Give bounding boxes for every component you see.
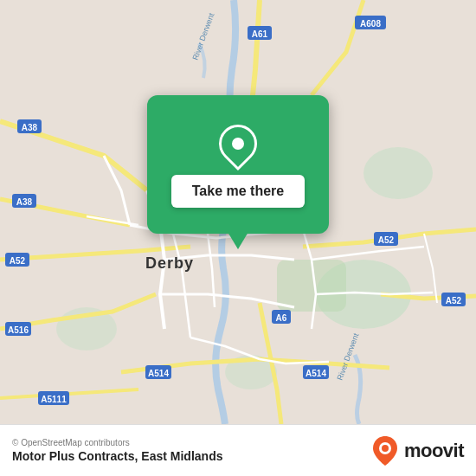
svg-text:A5111: A5111 bbox=[41, 395, 67, 404]
map-container: A61 A608 A38 A38 A52 A52 A52 A516 A514 A… bbox=[0, 0, 476, 424]
moovit-pin-icon bbox=[371, 434, 399, 467]
svg-point-2 bbox=[363, 147, 433, 199]
location-name: Motor Plus Contracts, East Midlands bbox=[12, 449, 222, 463]
svg-text:A514: A514 bbox=[148, 369, 169, 378]
svg-text:Derby: Derby bbox=[145, 254, 194, 272]
moovit-brand-text: moovit bbox=[404, 440, 464, 462]
copyright-text: © OpenStreetMap contributors bbox=[12, 438, 222, 447]
svg-text:A514: A514 bbox=[306, 369, 326, 378]
moovit-logo: moovit bbox=[371, 434, 464, 467]
svg-text:A52: A52 bbox=[446, 296, 462, 306]
svg-text:A38: A38 bbox=[16, 197, 33, 207]
svg-text:A38: A38 bbox=[22, 123, 38, 132]
svg-text:A6: A6 bbox=[276, 313, 287, 323]
footer-info: © OpenStreetMap contributors Motor Plus … bbox=[12, 438, 222, 463]
footer-bar: © OpenStreetMap contributors Motor Plus … bbox=[0, 424, 476, 476]
svg-text:A52: A52 bbox=[378, 235, 395, 245]
svg-point-36 bbox=[382, 445, 389, 452]
navigation-popup: Take me there bbox=[147, 95, 329, 234]
take-me-there-button[interactable]: Take me there bbox=[171, 175, 305, 208]
svg-text:A52: A52 bbox=[10, 256, 26, 266]
svg-text:A61: A61 bbox=[252, 29, 268, 39]
svg-text:A608: A608 bbox=[360, 19, 381, 29]
svg-text:A516: A516 bbox=[8, 325, 29, 335]
location-pin-icon bbox=[215, 121, 261, 166]
